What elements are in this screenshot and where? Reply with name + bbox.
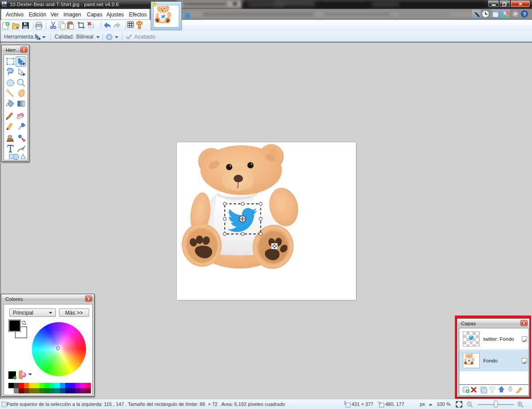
svg-text:?: ?: [523, 12, 526, 17]
svg-text:2: 2: [22, 147, 24, 151]
